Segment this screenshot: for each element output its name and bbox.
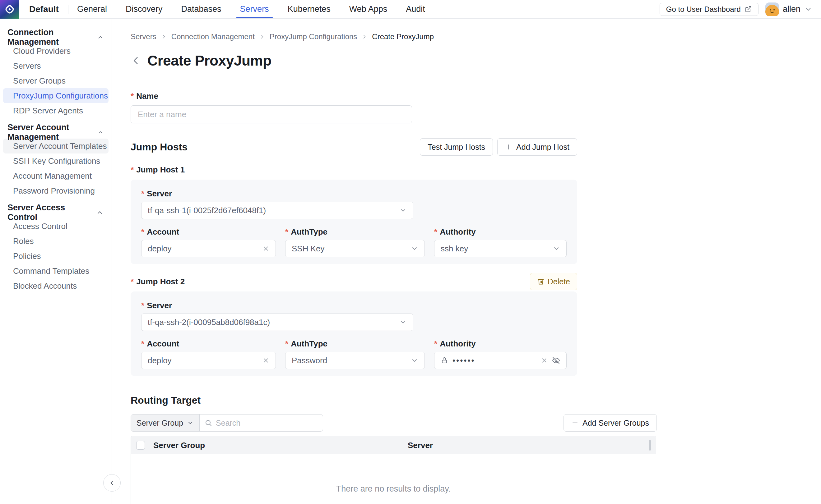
select-all-checkbox[interactable]: [136, 441, 145, 450]
authtype-value: Password: [292, 356, 411, 365]
authtype-field: * AuthType Password: [285, 339, 425, 369]
test-jump-hosts-button[interactable]: Test Jump Hosts: [420, 138, 493, 156]
sidebar-header-server-access-control[interactable]: Server Access Control: [0, 206, 112, 219]
page-title: Create ProxyJump: [147, 52, 272, 69]
jump-host-2-label-text: Jump Host 2: [136, 277, 185, 286]
column-header-server: Server: [408, 436, 433, 454]
jump-host-2-label: * Jump Host 2: [131, 277, 185, 286]
sidebar-item-account-management[interactable]: Account Management: [3, 168, 108, 183]
authority-password-input[interactable]: ••••••: [434, 352, 566, 369]
server-select[interactable]: tf-qa-ssh-2(i-00095ab8d06f98a1c): [141, 314, 413, 331]
trash-icon: [537, 278, 544, 285]
sidebar-item-command-templates[interactable]: Command Templates: [3, 263, 108, 278]
clear-password-button[interactable]: [541, 357, 548, 364]
search-icon: [204, 419, 212, 427]
logo-icon: [4, 3, 16, 15]
sidebar-section-connection-management: Connection Management Cloud Providers Se…: [0, 31, 112, 118]
sidebar-section-server-account-management: Server Account Management Server Account…: [0, 126, 112, 198]
sidebar-item-policies[interactable]: Policies: [3, 249, 108, 263]
sidebar-section-server-access-control: Server Access Control Access Control Rol…: [0, 206, 112, 293]
jump-hosts-heading: Jump Hosts: [131, 141, 187, 153]
sidebar-item-proxyjump-configurations[interactable]: ProxyJump Configurations: [3, 88, 108, 103]
account-value: deploy: [148, 244, 258, 254]
required-marker: *: [434, 227, 437, 237]
filter-field-select[interactable]: Server Group: [131, 415, 199, 431]
sidebar-collapse-button[interactable]: [103, 474, 121, 492]
jump-host-1-fields: * Account deploy * AuthType: [141, 227, 566, 257]
nav-item-web-apps[interactable]: Web Apps: [349, 0, 388, 18]
jump-hosts-actions: Test Jump Hosts Add Jump Host: [420, 138, 577, 156]
jump-host-2-card: * Server tf-qa-ssh-2(i-00095ab8d06f98a1c…: [131, 291, 577, 376]
sidebar-item-roles[interactable]: Roles: [3, 234, 108, 249]
app-logo[interactable]: [0, 0, 19, 19]
jump-host-1-label-row: * Jump Host 1: [131, 165, 577, 175]
authority-select[interactable]: ssh key: [434, 240, 566, 257]
authority-field: * Authority ssh key: [434, 227, 566, 257]
routing-search-input[interactable]: [216, 419, 318, 428]
breadcrumb-connection-management[interactable]: Connection Management: [171, 32, 255, 41]
column-header-server-group: Server Group: [153, 436, 205, 454]
authtype-label-text: AuthType: [291, 339, 328, 349]
clear-account-button[interactable]: [263, 245, 269, 252]
required-marker: *: [141, 189, 144, 199]
nav-item-kubernetes[interactable]: Kubernetes: [288, 0, 331, 18]
sidebar-item-server-groups[interactable]: Server Groups: [3, 73, 108, 88]
authtype-field-label: * AuthType: [285, 227, 425, 237]
sidebar-item-blocked-accounts[interactable]: Blocked Accounts: [3, 278, 108, 293]
authority-field-label: * Authority: [434, 227, 566, 237]
sidebar-item-servers[interactable]: Servers: [3, 58, 108, 73]
account-label-text: Account: [147, 339, 179, 349]
clear-account-button[interactable]: [263, 357, 269, 364]
sidebar-item-ssh-key-configurations[interactable]: SSH Key Configurations: [3, 153, 108, 168]
sidebar-header-connection-management[interactable]: Connection Management: [0, 31, 112, 44]
server-select-value: tf-qa-ssh-2(i-00095ab8d06f98a1c): [148, 318, 399, 327]
authtype-select[interactable]: SSH Key: [285, 240, 425, 257]
delete-button-label: Delete: [548, 277, 570, 286]
toggle-password-visibility-button[interactable]: [552, 356, 560, 364]
org-switcher[interactable]: Default: [29, 4, 59, 14]
chevron-down-icon: [411, 245, 418, 252]
sidebar-item-password-provisioning[interactable]: Password Provisioning: [3, 183, 108, 198]
nav-item-databases[interactable]: Databases: [181, 0, 222, 18]
user-menu[interactable]: allen: [765, 2, 812, 16]
delete-jump-host-2-button[interactable]: Delete: [530, 273, 577, 290]
account-field: * Account deploy: [141, 339, 276, 369]
add-jump-host-button[interactable]: Add Jump Host: [497, 138, 577, 156]
go-to-user-dashboard-button[interactable]: Go to User Dashboard: [660, 3, 759, 16]
account-input[interactable]: deploy: [141, 240, 276, 257]
chevron-down-icon: [553, 245, 560, 252]
chevron-left-icon: [131, 55, 141, 66]
chevron-left-icon: [108, 479, 116, 487]
add-server-groups-button[interactable]: Add Server Groups: [563, 414, 657, 432]
name-input[interactable]: [131, 105, 412, 123]
account-input[interactable]: deploy: [141, 352, 276, 369]
server-field-label: * Server: [141, 189, 566, 199]
nav-item-discovery[interactable]: Discovery: [126, 0, 163, 18]
breadcrumb: Servers Connection Management ProxyJump …: [131, 32, 821, 41]
test-jump-hosts-label: Test Jump Hosts: [428, 143, 485, 152]
nav-item-general[interactable]: General: [77, 0, 107, 18]
server-select[interactable]: tf-qa-ssh-1(i-0025f2d67ef6048f1): [141, 202, 413, 219]
nav-item-servers[interactable]: Servers: [240, 0, 269, 18]
table-body: There are no results to display.: [131, 454, 656, 504]
sidebar-item-rdp-server-agents[interactable]: RDP Server Agents: [3, 103, 108, 118]
authority-label-text: Authority: [440, 339, 476, 349]
required-marker: *: [141, 301, 144, 310]
x-icon: [263, 245, 269, 252]
back-button[interactable]: [131, 55, 141, 66]
authtype-label-text: AuthType: [291, 227, 328, 237]
chevron-up-icon: [96, 209, 103, 216]
table-scrollbar-thumb[interactable]: [649, 440, 651, 451]
name-field-label: * Name: [131, 91, 821, 101]
chevron-down-icon: [187, 419, 194, 426]
required-marker: *: [434, 339, 437, 349]
eye-slash-icon: [552, 356, 560, 364]
account-field-label: * Account: [141, 339, 276, 349]
chevron-right-icon: [161, 34, 167, 40]
required-marker: *: [131, 165, 134, 175]
sidebar-header-server-account-management[interactable]: Server Account Management: [0, 126, 112, 139]
breadcrumb-proxyjump-configurations[interactable]: ProxyJump Configurations: [270, 32, 357, 41]
authtype-select[interactable]: Password: [285, 352, 425, 369]
nav-item-audit[interactable]: Audit: [406, 0, 425, 18]
breadcrumb-servers[interactable]: Servers: [131, 32, 156, 41]
